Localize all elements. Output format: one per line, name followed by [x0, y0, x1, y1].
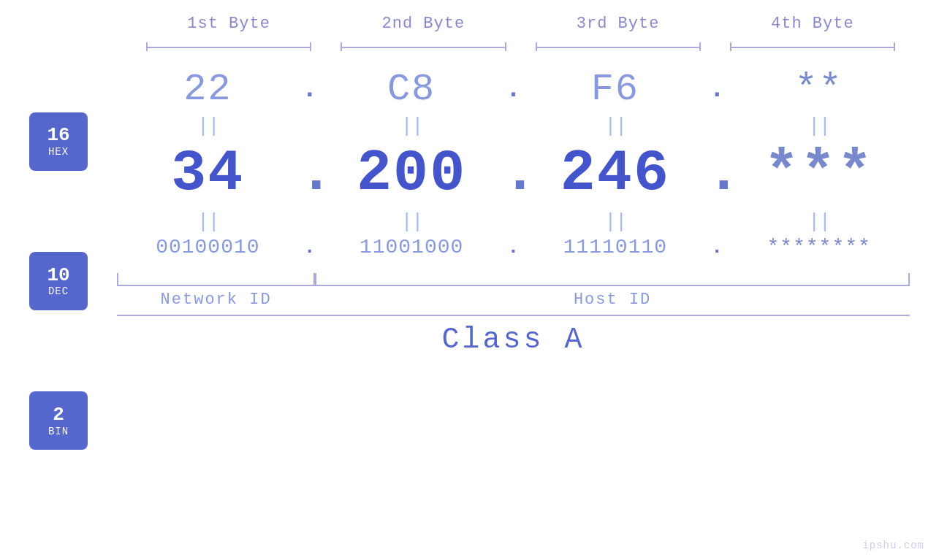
bin-badge-number: 2	[53, 404, 64, 426]
header-row: 1st Byte 2nd Byte 3rd Byte 4th Byte	[29, 15, 910, 33]
main-grid: 22 . C8 . F6 . ** || ||	[117, 68, 910, 545]
eq2-2: ||	[400, 210, 422, 233]
dec-byte-2-cell: 200	[321, 140, 503, 207]
dec-byte-4: ***	[764, 140, 874, 207]
bin-byte-4: ********	[767, 236, 870, 258]
eq2-cell-3: ||	[525, 210, 707, 233]
hex-byte-2: C8	[387, 68, 436, 111]
hex-value-row: 22 . C8 . F6 . **	[117, 68, 910, 111]
hex-byte-2-cell: C8	[321, 68, 503, 111]
eq2-cell-1: ||	[117, 210, 299, 233]
hex-dot-1: .	[299, 74, 321, 104]
host-bracket	[315, 273, 910, 286]
eq1-cell-1: ||	[117, 115, 299, 137]
bin-byte-3: 11110110	[563, 236, 667, 258]
eq1-cell-3: ||	[525, 115, 707, 137]
bracket-row	[29, 40, 910, 53]
dec-byte-4-cell: ***	[728, 140, 910, 207]
bracket-4-right-corner	[894, 42, 895, 51]
eq1-1: ||	[197, 115, 219, 137]
dec-dot-2: .	[503, 140, 525, 207]
host-id-label: Host ID	[315, 291, 910, 309]
bracket-3-right-corner	[699, 42, 701, 51]
eq2-4: ||	[808, 210, 830, 233]
bin-badge: 2 BIN	[29, 391, 88, 450]
hex-badge: 16 HEX	[29, 112, 88, 171]
eq1-cell-2: ||	[321, 115, 503, 137]
hex-byte-1-cell: 22	[117, 68, 299, 111]
byte-header-2: 2nd Byte	[326, 15, 520, 33]
bracket-1-line	[146, 47, 311, 48]
bottom-section: Network ID Host ID Class A	[117, 266, 910, 356]
bracket-4	[715, 40, 910, 53]
hex-byte-3: F6	[591, 68, 639, 111]
bracket-2-right-corner	[505, 42, 506, 51]
hex-dot-3: .	[706, 74, 728, 104]
dec-byte-3: 246	[560, 140, 670, 207]
hex-byte-4-cell: **	[728, 68, 910, 111]
dec-dot-1: .	[299, 140, 321, 207]
eq1-3: ||	[604, 115, 626, 137]
dec-byte-2: 200	[357, 140, 466, 207]
byte-header-1: 1st Byte	[132, 15, 326, 33]
bracket-3-line	[536, 47, 701, 48]
badges-column: 16 HEX 10 DEC 2 BIN	[29, 68, 117, 545]
eq2-cell-2: ||	[321, 210, 503, 233]
bracket-1-right-corner	[310, 42, 311, 51]
bracket-2-line	[341, 47, 506, 48]
bracket-2	[326, 40, 520, 53]
bin-byte-1: 00100010	[156, 236, 259, 258]
dec-badge: 10 DEC	[29, 252, 88, 310]
bracket-3	[521, 40, 715, 53]
hex-badge-number: 16	[47, 125, 69, 146]
dec-value-row: 34 . 200 . 246 . ***	[117, 140, 910, 207]
bin-byte-1-cell: 00100010	[117, 236, 299, 258]
hex-badge-label: HEX	[48, 146, 69, 158]
dec-dot-3: .	[706, 140, 728, 207]
id-labels-row: Network ID Host ID	[117, 291, 910, 309]
bin-byte-3-cell: 11110110	[525, 236, 707, 258]
hex-dot-2: .	[503, 74, 525, 104]
main-container: 1st Byte 2nd Byte 3rd Byte 4th Byte	[0, 0, 939, 560]
eq2-1: ||	[197, 210, 219, 233]
network-bracket	[117, 273, 315, 286]
bracket-4-line	[730, 47, 895, 48]
dec-badge-label: DEC	[48, 285, 69, 297]
hex-byte-4: **	[794, 68, 843, 111]
class-label: Class A	[441, 323, 585, 356]
dec-byte-1: 34	[171, 140, 244, 207]
id-brackets-row	[117, 270, 910, 286]
content-area: 16 HEX 10 DEC 2 BIN 22 . C8	[29, 68, 910, 545]
class-row: Class A	[117, 315, 910, 356]
bin-badge-label: BIN	[48, 426, 69, 437]
hex-byte-3-cell: F6	[525, 68, 707, 111]
bin-byte-2: 11001000	[360, 236, 463, 258]
bin-byte-2-cell: 11001000	[321, 236, 503, 258]
bin-byte-4-cell: ********	[728, 236, 910, 258]
eq2-3: ||	[604, 210, 626, 233]
dec-badge-number: 10	[47, 265, 69, 286]
eq1-4: ||	[808, 115, 830, 137]
class-bracket-line	[117, 315, 910, 316]
bin-dot-2: .	[503, 236, 525, 258]
eq2-cell-4: ||	[728, 210, 910, 233]
watermark: ipshu.com	[862, 540, 924, 551]
bin-dot-1: .	[299, 236, 321, 258]
byte-header-3: 3rd Byte	[521, 15, 715, 33]
byte-header-4: 4th Byte	[715, 15, 910, 33]
network-id-label: Network ID	[117, 291, 315, 309]
bin-dot-3: .	[706, 236, 728, 258]
hex-byte-1: 22	[183, 68, 232, 111]
equals-row-2: || || || ||	[117, 207, 910, 236]
bin-value-row: 00100010 . 11001000 . 11110110 . *******…	[117, 236, 910, 258]
equals-row-1: || || || ||	[117, 111, 910, 140]
dec-byte-3-cell: 246	[525, 140, 707, 207]
dec-byte-1-cell: 34	[117, 140, 299, 207]
eq1-cell-4: ||	[728, 115, 910, 137]
bracket-1	[132, 40, 326, 53]
eq1-2: ||	[400, 115, 422, 137]
